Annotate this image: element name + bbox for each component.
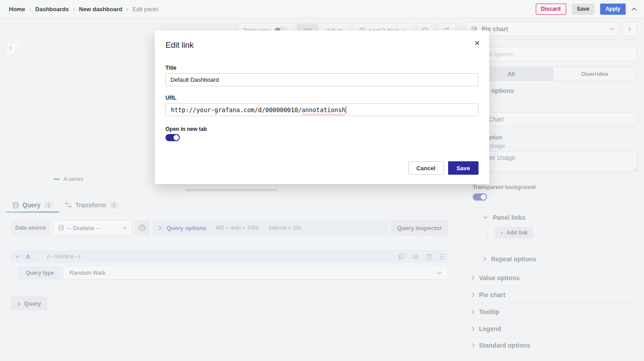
breadcrumb-dashboards[interactable]: Dashboards [35,6,69,13]
cancel-button[interactable]: Cancel [408,161,444,175]
modal-actions: Cancel Save [408,161,479,175]
breadcrumb-separator: › [29,5,31,13]
breadcrumb-current-edit-panel: Edit panel [132,6,158,13]
open-new-tab-label: Open in new tab [165,126,207,132]
topbar-actions: Discard Save Apply [536,4,637,15]
url-text: http://your-grafana.com/d/000000010/ [171,106,302,113]
breadcrumb-new-dashboard[interactable]: New dashboard [79,6,123,13]
collapse-header-icon[interactable] [631,8,637,11]
link-title-input[interactable] [165,73,479,86]
close-icon[interactable]: × [475,38,480,47]
breadcrumb: Home › Dashboards › New dashboard › Edit… [9,5,158,13]
breadcrumb-separator: › [73,5,75,13]
discard-button[interactable]: Discard [536,4,566,15]
text-cursor [346,106,346,113]
breadcrumb-separator: › [126,5,128,13]
modal-title: Edit link [165,41,194,50]
link-url-input[interactable]: http://your-grafana.com/d/000000010/anno… [165,103,479,116]
url-misspelled-text: annotationsh [302,106,346,113]
save-button[interactable]: Save [572,4,594,15]
top-navigation-bar: Home › Dashboards › New dashboard › Edit… [0,0,644,18]
modal-save-button[interactable]: Save [448,161,479,175]
link-title-label: Title [165,65,176,71]
apply-button[interactable]: Apply [600,4,626,15]
edit-link-modal: Edit link × Title URL http://your-grafan… [155,30,489,184]
breadcrumb-home[interactable]: Home [9,6,25,13]
link-url-label: URL [165,95,177,101]
open-new-tab-toggle[interactable] [165,134,180,141]
